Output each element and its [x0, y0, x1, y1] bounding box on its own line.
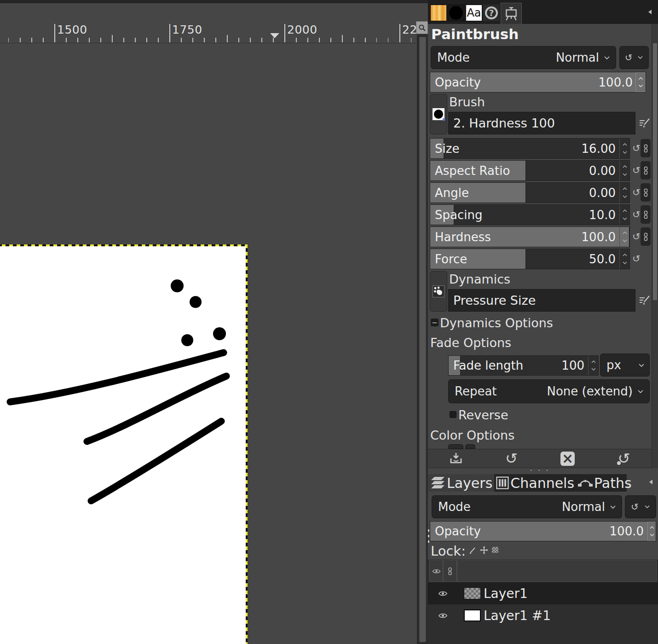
chevron-down-icon[interactable] — [637, 56, 643, 59]
layer-name[interactable]: Layer1 #1 — [484, 608, 551, 623]
force-slider[interactable]: Force 50.0 — [430, 249, 630, 269]
pane-resize-grip[interactable]: · · · — [428, 468, 652, 473]
layer-mode-dropdown[interactable]: Mode Normal — [432, 495, 622, 518]
panel-menu-button[interactable] — [645, 8, 654, 16]
tab-fonts[interactable]: Aa — [466, 5, 482, 21]
edit-brush-icon[interactable] — [639, 118, 651, 129]
spin-up-icon — [623, 232, 627, 234]
hardness-slider[interactable]: Hardness 100.0 — [430, 226, 630, 247]
paint-mode-dropdown[interactable]: Mode Normal — [431, 46, 616, 69]
dynamics-options-label: Dynamics Options — [440, 316, 553, 330]
fade-length-label: Fade length — [453, 359, 523, 372]
brush-name-entry[interactable]: 2. Hardness 100 — [448, 112, 635, 134]
fade-length-spinner[interactable] — [588, 356, 598, 375]
restore-preset-icon[interactable]: ↺ — [505, 451, 518, 466]
layer-name[interactable]: Layer1 — [484, 586, 528, 601]
pointer-position-marker — [270, 33, 279, 38]
angle-slider[interactable]: Angle 0.00 — [430, 182, 630, 203]
visibility-toggle[interactable] — [428, 591, 457, 597]
reset-icon[interactable]: ↺ — [632, 143, 641, 154]
tab-help[interactable]: ? — [483, 5, 500, 21]
angle-spinner[interactable] — [619, 183, 629, 203]
reset-icon[interactable]: ↺ — [625, 52, 633, 63]
fade-unit-dropdown[interactable]: px — [600, 354, 650, 377]
layer-mode-reset-group[interactable]: ↺ — [625, 495, 656, 518]
spin-down-icon — [623, 239, 627, 242]
hardness-spinner[interactable] — [619, 227, 629, 247]
opacity-label: Opacity — [435, 524, 481, 538]
canvas-viewport[interactable] — [0, 44, 417, 644]
name-column-header[interactable] — [457, 560, 657, 582]
tab-brushes[interactable] — [448, 5, 464, 21]
clipped-button[interactable] — [465, 444, 475, 449]
tab-tool-options-active[interactable] — [501, 3, 522, 24]
opacity-spinner[interactable] — [635, 72, 646, 92]
size-spinner[interactable] — [619, 139, 629, 158]
reset-icon[interactable]: ↺ — [632, 165, 641, 176]
layer-boundary-right — [246, 244, 248, 644]
lock-label: Lock: — [431, 543, 466, 559]
link-spacing-icon[interactable] — [641, 205, 651, 224]
dynamics-options-expander[interactable]: − — [431, 319, 439, 326]
aspect-spinner[interactable] — [619, 161, 629, 180]
reset-icon[interactable]: ↺ — [632, 253, 641, 264]
lock-pixels-icon[interactable] — [468, 546, 477, 555]
slider-label: Spacing — [435, 208, 482, 222]
reset-icon[interactable]: ↺ — [631, 501, 639, 512]
clipped-button[interactable] — [448, 444, 463, 449]
horizontal-ruler[interactable]: 1500 1750 2000 2250 — [0, 21, 417, 43]
chevron-down-icon[interactable] — [644, 505, 650, 509]
force-spinner[interactable] — [619, 249, 629, 269]
reset-icon[interactable]: ↺ — [632, 209, 641, 220]
lock-alpha-icon[interactable] — [492, 547, 498, 553]
dock-right: Aa ? Paintbrush Mode Normal — [428, 0, 658, 644]
help-icon: ? — [485, 6, 498, 19]
fade-length-slider[interactable]: Fade length 100 — [448, 355, 599, 376]
tab-layers[interactable]: Layers — [428, 474, 494, 492]
reset-tool-options-icon[interactable]: ↺ — [618, 451, 630, 466]
link-angle-icon[interactable] — [641, 183, 651, 202]
visibility-column-header[interactable] — [429, 560, 443, 582]
layer-thumbnail[interactable] — [464, 587, 481, 599]
spin-up-icon — [623, 143, 627, 146]
layer-opacity-spinner[interactable] — [647, 522, 656, 541]
brush-preview-button[interactable] — [430, 94, 447, 134]
dynamics-name-entry[interactable]: Pressure Size — [448, 289, 635, 312]
canvas-vertical-scrollbar[interactable] — [417, 21, 428, 644]
dynamics-preview-button[interactable] — [430, 271, 447, 312]
reverse-label: Reverse — [458, 408, 508, 422]
panel-menu-button[interactable] — [646, 478, 655, 486]
spacing-spinner[interactable] — [619, 205, 629, 225]
zoom-follow-window-button[interactable] — [416, 21, 428, 34]
opacity-slider[interactable]: Opacity 100.0 — [430, 72, 646, 93]
canvas[interactable] — [0, 244, 248, 644]
spacing-slider[interactable]: Spacing 10.0 — [430, 204, 630, 225]
layer-row-selected[interactable]: Layer1 — [428, 582, 658, 604]
tab-channels[interactable]: Channels — [494, 474, 576, 492]
link-aspect-icon[interactable] — [641, 161, 651, 180]
lock-position-icon[interactable] — [480, 546, 488, 554]
dock-splitter-grip[interactable] — [428, 529, 429, 545]
size-slider[interactable]: Size 16.00 — [430, 138, 630, 159]
tab-paths[interactable]: Paths — [576, 474, 634, 492]
reset-icon[interactable]: ↺ — [632, 231, 641, 242]
visibility-toggle[interactable] — [428, 613, 457, 619]
layer-opacity-slider[interactable]: Opacity 100.0 — [430, 521, 656, 541]
scrollbar-thumb[interactable] — [653, 43, 657, 300]
tab-patterns[interactable] — [430, 5, 447, 21]
layer-thumbnail[interactable] — [464, 609, 481, 621]
link-hardness-icon[interactable] — [641, 227, 651, 246]
scrollbar-thumb[interactable] — [419, 37, 426, 642]
edit-dynamics-icon[interactable] — [639, 295, 651, 306]
repeat-dropdown[interactable]: Repeat None (extend) — [448, 379, 650, 403]
mode-reset-group[interactable]: ↺ — [619, 46, 649, 69]
aspect-ratio-slider[interactable]: Aspect Ratio 0.00 — [430, 160, 630, 181]
reset-icon[interactable]: ↺ — [632, 187, 641, 198]
delete-preset-icon[interactable]: × — [560, 452, 575, 466]
layer-row[interactable]: Layer1 #1 — [428, 604, 658, 627]
tool-options-scrollbar[interactable] — [652, 24, 658, 468]
reverse-checkbox[interactable] — [450, 411, 456, 418]
link-column-header[interactable] — [443, 560, 457, 582]
save-preset-icon[interactable] — [450, 453, 462, 464]
link-size-icon[interactable] — [641, 139, 651, 157]
